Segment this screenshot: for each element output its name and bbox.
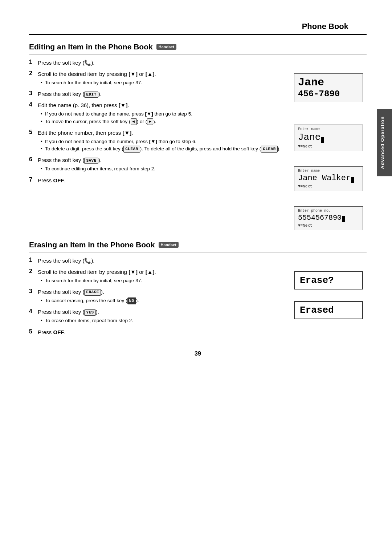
editing-steps-area: 1 Press the soft key (📞). 2 Scroll to th… bbox=[29, 59, 367, 230]
no-key-badge: NO bbox=[127, 297, 136, 304]
erase-step2-bullets: To search for the item by initial, see p… bbox=[41, 277, 287, 284]
screen4-number: 5554567890 bbox=[298, 214, 359, 222]
erased-text: Erased bbox=[300, 305, 334, 316]
screen2-name: Jane bbox=[298, 132, 359, 143]
clear-key-badge-2: CLEAR bbox=[261, 146, 278, 153]
step5-bullet-2: To delete a digit, press the soft key (C… bbox=[41, 145, 287, 153]
step4-bullets: If you do not need to change the name, p… bbox=[41, 110, 287, 125]
sidebar-advanced-operation: Advanced Operation bbox=[377, 109, 392, 176]
page-container: Advanced Operation Phone Book Editing an… bbox=[0, 0, 392, 555]
cursor-3 bbox=[342, 216, 345, 222]
erase-step3-bullet-1: To cancel erasing, press the soft key (N… bbox=[41, 297, 287, 304]
screen3-next: ▼=Next bbox=[298, 184, 359, 189]
screen1-name: Jane bbox=[298, 76, 359, 89]
erased-screen: Erased bbox=[294, 301, 363, 319]
erasing-steps-area: 1 Press the soft key (📞). 2 Scroll to th… bbox=[29, 257, 367, 340]
editing-screens-right: Jane 456-7890 Enter name Jane ▼=Next Ent… bbox=[294, 59, 367, 230]
screen4-next: ▼=Next bbox=[298, 223, 359, 228]
editing-screen-1: Jane 456-7890 bbox=[294, 73, 363, 102]
editing-section-rule bbox=[29, 54, 367, 54]
clear-key-badge-1: CLEAR bbox=[123, 146, 140, 153]
erase-step4-bullets: To erase other items, repeat from step 2… bbox=[41, 317, 287, 324]
editing-step-6: 6 Press the soft key (SAVE). To continue… bbox=[29, 156, 287, 173]
erasing-step-2: 2 Scroll to the desired item by pressing… bbox=[29, 268, 287, 284]
erasing-step-3: 3 Press the soft key (ERASE). To cancel … bbox=[29, 288, 287, 304]
editing-step-5: 5 Edit the phone number, then press [▼].… bbox=[29, 129, 287, 153]
editing-screen-2: Enter name Jane ▼=Next bbox=[294, 125, 363, 151]
editing-step-1: 1 Press the soft key (📞). bbox=[29, 59, 287, 66]
handset-badge-editing: Handset bbox=[156, 44, 176, 50]
editing-screen-3: Enter name Jane Walker ▼=Next bbox=[294, 166, 363, 191]
editing-step-4: 4 Edit the name (p. 36), then press [▼].… bbox=[29, 101, 287, 125]
editing-step-3: 3 Press the soft key (EDIT). bbox=[29, 90, 287, 98]
screen3-label: Enter name bbox=[298, 169, 359, 173]
erasing-steps-left: 1 Press the soft key (📞). 2 Scroll to th… bbox=[29, 257, 294, 340]
step4-bullet-1: If you do not need to change the name, p… bbox=[41, 110, 287, 118]
page-number: 39 bbox=[29, 351, 367, 357]
erasing-section-rule bbox=[29, 252, 367, 252]
editing-screen-4: Enter phone no. 5554567890 ▼=Next bbox=[294, 206, 363, 230]
screen4-label: Enter phone no. bbox=[298, 209, 359, 213]
erase-question-screen: Erase? bbox=[294, 271, 363, 289]
step2-bullet-1: To search for the item by initial, see p… bbox=[41, 79, 287, 86]
step2-bullets: To search for the item by initial, see p… bbox=[41, 79, 287, 86]
step6-bullets: To continue editing other items, repeat … bbox=[41, 165, 287, 173]
step5-bullet-1: If you do not need to change the number,… bbox=[41, 138, 287, 145]
erase-step4-bullet-1: To erase other items, repeat from step 2… bbox=[41, 317, 287, 324]
screen2-next: ▼=Next bbox=[298, 144, 359, 149]
header-rule bbox=[29, 34, 367, 35]
erasing-section-title: Erasing an Item in the Phone Book Handse… bbox=[29, 240, 367, 249]
edit-key-badge: EDIT bbox=[84, 92, 98, 98]
erase-key-badge: ERASE bbox=[84, 289, 101, 295]
erase-question-text: Erase? bbox=[300, 275, 334, 286]
editing-section-title: Editing an Item in the Phone Book Handse… bbox=[29, 42, 367, 51]
erasing-step-1: 1 Press the soft key (📞). bbox=[29, 257, 287, 264]
erase-step2-bullet-1: To search for the item by initial, see p… bbox=[41, 277, 287, 284]
cursor-1 bbox=[321, 137, 324, 143]
editing-step-2: 2 Scroll to the desired item by pressing… bbox=[29, 70, 287, 86]
editing-step-7: 7 Press OFF. bbox=[29, 177, 287, 184]
step4-bullet-2: To move the cursor, press the soft key (… bbox=[41, 118, 287, 125]
screen1-number: 456-7890 bbox=[298, 89, 359, 100]
erasing-step-5: 5 Press OFF. bbox=[29, 328, 287, 336]
cursor-2 bbox=[351, 177, 354, 183]
editing-steps-left: 1 Press the soft key (📞). 2 Scroll to th… bbox=[29, 59, 294, 230]
handset-badge-erasing: Handset bbox=[159, 242, 179, 248]
step6-bullet-1: To continue editing other items, repeat … bbox=[41, 165, 287, 173]
left-key-badge: ◄ bbox=[131, 118, 137, 125]
yes-key-badge: YES bbox=[84, 309, 95, 316]
page-header: Phone Book bbox=[29, 22, 367, 31]
erasing-screens-right: Erase? Erased bbox=[294, 257, 367, 340]
erase-step3-bullets: To cancel erasing, press the soft key (N… bbox=[41, 297, 287, 304]
step5-bullets: If you do not need to change the number,… bbox=[41, 138, 287, 153]
screen2-label: Enter name bbox=[298, 127, 359, 131]
screen3-name: Jane Walker bbox=[298, 174, 359, 183]
right-key-badge: ► bbox=[147, 118, 153, 125]
save-key-badge: SAVE bbox=[84, 158, 98, 164]
page-title: Phone Book bbox=[302, 22, 348, 31]
erasing-section: Erasing an Item in the Phone Book Handse… bbox=[29, 240, 367, 340]
erasing-step-4: 4 Press the soft key (YES). To erase oth… bbox=[29, 308, 287, 324]
editing-section: Editing an Item in the Phone Book Handse… bbox=[29, 42, 367, 230]
